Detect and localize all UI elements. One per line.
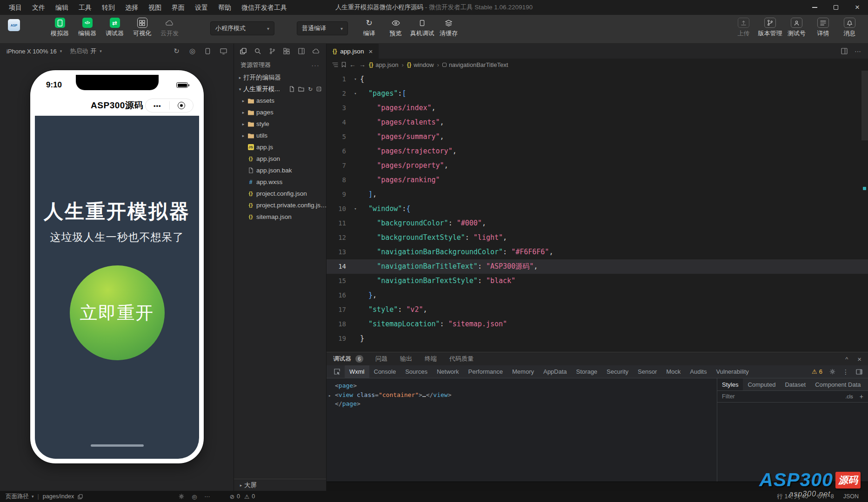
- refresh-icon[interactable]: ↻: [174, 47, 180, 55]
- devtools-tab[interactable]: Memory: [507, 365, 539, 378]
- code-editor[interactable]: 1▾{2▾ "pages":[3 "pages/index",4 "pages/…: [327, 71, 868, 352]
- inspect-element-icon[interactable]: [334, 368, 341, 375]
- devtools-tab[interactable]: AppData: [539, 365, 572, 378]
- record-icon[interactable]: ◎: [189, 47, 195, 55]
- monitor-icon[interactable]: [220, 48, 227, 54]
- project-root[interactable]: ▾ 人生重开模... ↻: [234, 83, 326, 95]
- cls-button[interactable]: .cls: [845, 394, 853, 399]
- copy-icon[interactable]: [78, 494, 83, 499]
- back-arrow-icon[interactable]: ←: [349, 61, 356, 68]
- cloud-icon[interactable]: [313, 48, 320, 54]
- code-line[interactable]: 16 },: [327, 288, 868, 303]
- panel-tab[interactable]: 终端: [425, 355, 437, 363]
- menu-item[interactable]: 项目: [4, 0, 27, 15]
- close-button[interactable]: ×: [847, 0, 868, 15]
- devtools-tab[interactable]: Network: [432, 365, 464, 378]
- code-line[interactable]: 2▾ "pages":[: [327, 86, 868, 101]
- simulator-toggle[interactable]: 模拟器: [47, 15, 73, 38]
- tab-app-json[interactable]: {} app.json ×: [327, 44, 379, 59]
- code-line[interactable]: 19}: [327, 331, 868, 346]
- more-menu-button[interactable]: •••: [146, 103, 169, 109]
- outline-icon[interactable]: [332, 62, 338, 67]
- clear-cache-button[interactable]: 清缓存: [436, 15, 461, 38]
- breadcrumb-window[interactable]: {} window: [407, 61, 434, 68]
- menu-item[interactable]: 视图: [143, 0, 167, 15]
- more-actions-icon[interactable]: ···: [312, 62, 320, 69]
- breadcrumb-file[interactable]: {} app.json: [369, 61, 399, 68]
- menu-item[interactable]: 微信开发者工具: [236, 0, 292, 15]
- code-line[interactable]: 15 "navigationBarTextStyle": "black": [327, 274, 868, 288]
- gear-icon[interactable]: [829, 369, 835, 375]
- devtools-tab[interactable]: Sensor: [633, 365, 661, 378]
- new-folder-icon[interactable]: [298, 86, 304, 92]
- more-actions-icon[interactable]: ···: [855, 47, 861, 55]
- split-editor-icon[interactable]: [841, 48, 848, 54]
- files-icon[interactable]: [240, 48, 247, 54]
- devtools-tab[interactable]: Security: [602, 365, 633, 378]
- wxml-tree[interactable]: <page>▸<view class="container">…</view><…: [327, 378, 717, 482]
- tree-item-app-wxss[interactable]: # app.wxss: [234, 176, 326, 188]
- wxml-node[interactable]: <page>: [327, 381, 717, 390]
- menu-item[interactable]: 转到: [97, 0, 120, 15]
- code-line[interactable]: 6 "pages/trajectory",: [327, 144, 868, 159]
- code-line[interactable]: 18 "sitemapLocation": "sitemap.json": [327, 317, 868, 331]
- tree-item-project-private-config[interactable]: {} project.private.config.js…: [234, 199, 326, 211]
- collapse-all-icon[interactable]: [316, 86, 321, 92]
- encoding-indicator[interactable]: UTF-8: [817, 493, 834, 500]
- menu-item[interactable]: 选择: [120, 0, 143, 15]
- details-button[interactable]: 详情: [810, 15, 836, 38]
- debugger-toggle[interactable]: ⇄ 调试器: [102, 15, 127, 38]
- tab-debugger[interactable]: 调试器: [333, 355, 351, 363]
- menu-item[interactable]: 帮助: [213, 0, 236, 15]
- language-indicator[interactable]: JSON: [843, 493, 859, 500]
- messages-button[interactable]: 消息: [837, 15, 862, 38]
- extensions-icon[interactable]: [283, 48, 290, 54]
- restart-button[interactable]: 立即重开: [70, 265, 165, 360]
- kebab-menu-icon[interactable]: ⋮: [842, 368, 849, 376]
- devtools-tab[interactable]: Sources: [401, 365, 432, 378]
- current-page-path[interactable]: pages/index: [43, 493, 74, 500]
- code-line[interactable]: 9 ],: [327, 187, 868, 202]
- collapse-up-icon[interactable]: ^: [845, 356, 848, 363]
- inspector-tab[interactable]: Computed: [743, 378, 780, 390]
- menu-item[interactable]: 设置: [190, 0, 213, 15]
- tree-item-project-config[interactable]: {} project.config.json: [234, 188, 326, 199]
- breadcrumb-property[interactable]: navigationBarTitleText: [442, 61, 508, 68]
- inspector-tab[interactable]: Component Data: [810, 378, 865, 390]
- inspector-tab[interactable]: Dataset: [780, 378, 810, 390]
- code-line[interactable]: 7 "pages/property",: [327, 159, 868, 173]
- menu-item[interactable]: 工具: [73, 0, 97, 15]
- device-selector[interactable]: iPhone X 100% 16: [7, 48, 57, 55]
- editor-toggle[interactable]: </> 编辑器: [74, 15, 100, 38]
- cursor-position[interactable]: 行 14, 列 40: [777, 493, 808, 501]
- search-icon[interactable]: [254, 48, 261, 54]
- compile-select[interactable]: 普通编译 ▾: [297, 21, 348, 35]
- wxml-node[interactable]: ▸<view class="container">…</view>: [327, 390, 717, 400]
- panel-tab[interactable]: 问题: [375, 355, 387, 363]
- close-icon[interactable]: ×: [857, 355, 861, 363]
- wxml-node[interactable]: </page>: [327, 399, 717, 409]
- new-style-rule-icon[interactable]: +: [860, 393, 863, 400]
- menu-item[interactable]: 编辑: [50, 0, 73, 15]
- preview-button[interactable]: 预览: [383, 15, 408, 38]
- code-line[interactable]: 11 "backgroundColor": "#000",: [327, 216, 868, 231]
- code-line[interactable]: 3 "pages/index",: [327, 101, 868, 115]
- devtools-tab[interactable]: Performance: [464, 365, 507, 378]
- code-line[interactable]: 1▾{: [327, 72, 868, 86]
- mode-select[interactable]: 小程序模式 ▾: [210, 21, 274, 35]
- warning-count[interactable]: ⚠6: [812, 368, 822, 375]
- cloud-dev-toggle[interactable]: 云开发: [157, 15, 182, 38]
- version-control-button[interactable]: 版本管理: [757, 15, 783, 38]
- code-line[interactable]: 17 "style": "v2",: [327, 303, 868, 317]
- devtools-tab[interactable]: Wxml: [345, 365, 369, 378]
- compile-button[interactable]: ↻ 编译: [356, 15, 382, 38]
- maximize-button[interactable]: [825, 0, 847, 15]
- code-line[interactable]: 10▾ "window":{: [327, 202, 868, 216]
- filter-input[interactable]: Filter: [722, 393, 735, 400]
- tree-item-app-json[interactable]: {} app.json: [234, 153, 326, 165]
- code-line[interactable]: 4 "pages/talents",: [327, 115, 868, 130]
- code-line[interactable]: 8 "pages/ranking": [327, 173, 868, 187]
- tree-item-pages[interactable]: ▸ pages: [234, 106, 326, 118]
- minimize-button[interactable]: [804, 0, 825, 15]
- exit-miniprogram-button[interactable]: [170, 102, 194, 109]
